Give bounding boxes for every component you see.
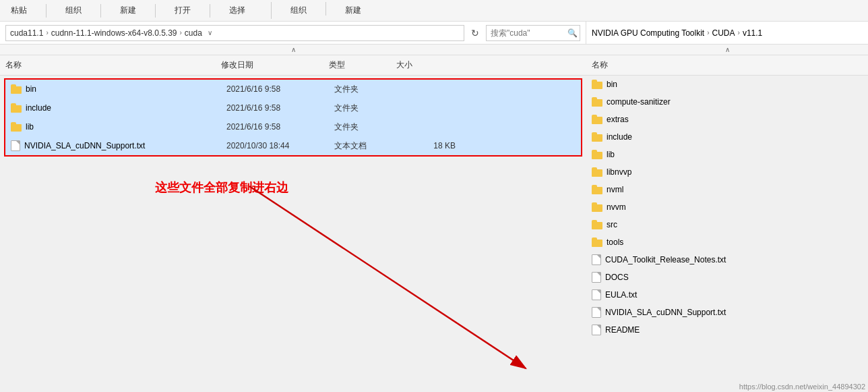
- left-col-size-header[interactable]: 大小: [396, 59, 450, 71]
- folder-icon: [592, 115, 602, 124]
- file-date: 2021/6/16 9:58: [226, 122, 334, 132]
- file-date: 2021/6/16 9:58: [226, 103, 334, 113]
- file-icon: [592, 272, 601, 283]
- right-file-name: NVIDIA_SLA_cuDNN_Support.txt: [605, 308, 726, 317]
- right-path-cuda[interactable]: CUDA: [712, 28, 735, 38]
- toolbar-divider-1: [46, 4, 46, 18]
- file-icon: [592, 307, 601, 318]
- right-file-name: include: [607, 132, 632, 142]
- toolbar-new-right[interactable]: 新建: [340, 2, 367, 19]
- path-dropdown[interactable]: ∨: [208, 29, 212, 36]
- folder-icon: [592, 220, 602, 229]
- search-icon[interactable]: 🔍: [567, 28, 578, 38]
- watermark: https://blog.csdn.net/weixin_44894302: [739, 383, 865, 391]
- folder-icon: [592, 80, 602, 89]
- table-row[interactable]: include 2021/6/16 9:58 文件夹: [5, 99, 581, 117]
- left-col-type-header[interactable]: 类型: [329, 59, 396, 71]
- right-file-name: tools: [607, 237, 623, 247]
- folder-icon: [592, 237, 602, 247]
- right-file-name: compute-sanitizer: [607, 97, 671, 107]
- list-item[interactable]: README: [586, 321, 868, 339]
- folder-icon: [592, 167, 602, 177]
- path-cuda11[interactable]: cuda11.1: [10, 28, 43, 38]
- selected-files-group: bin 2021/6/16 9:58 文件夹 include 2021/6/16…: [4, 78, 582, 157]
- file-icon: [592, 254, 601, 265]
- top-toolbar: 粘贴 组织 新建 打开 选择 组织 新建: [0, 0, 868, 22]
- list-item[interactable]: compute-sanitizer: [586, 93, 868, 111]
- file-date: 2020/10/30 18:44: [226, 141, 334, 150]
- list-item[interactable]: CUDA_Toolkit_Release_Notes.txt: [586, 251, 868, 269]
- toolbar-organize-left[interactable]: 组织: [60, 2, 87, 19]
- file-date: 2021/6/16 9:58: [226, 84, 334, 94]
- folder-icon: [592, 185, 602, 194]
- left-col-date-header[interactable]: 修改日期: [221, 59, 329, 71]
- list-item[interactable]: EULA.txt: [586, 286, 868, 304]
- right-file-name: EULA.txt: [605, 290, 637, 300]
- right-file-name: nvml: [607, 185, 623, 194]
- right-file-name: CUDA_Toolkit_Release_Notes.txt: [605, 255, 726, 264]
- right-file-name: README: [605, 325, 640, 335]
- toolbar-organize-right[interactable]: 组织: [285, 2, 312, 19]
- file-size: 18 KB: [402, 141, 456, 150]
- file-type: 文件夹: [334, 84, 402, 95]
- list-item[interactable]: extras: [586, 111, 868, 128]
- main-content: ∧ 名称 修改日期 类型 大小 bin 2021/6/16 9:58 文件夹: [0, 45, 868, 372]
- folder-icon: [592, 150, 602, 159]
- list-item[interactable]: nvml: [586, 181, 868, 198]
- right-file-name: DOCS: [605, 273, 629, 282]
- right-address-path[interactable]: NVIDIA GPU Computing Toolkit › CUDA › v1…: [592, 28, 762, 38]
- folder-icon: [11, 84, 22, 94]
- search-input[interactable]: [486, 25, 580, 41]
- list-item[interactable]: src: [586, 216, 868, 233]
- folder-icon: [592, 97, 602, 107]
- folder-icon: [592, 132, 602, 142]
- file-type: 文件夹: [334, 121, 402, 133]
- toolbar-new-left[interactable]: 新建: [115, 2, 142, 19]
- right-file-name: nvvm: [607, 202, 626, 212]
- list-item[interactable]: nvvm: [586, 198, 868, 216]
- right-sort-arrow: ∧: [725, 46, 730, 53]
- file-name-bin: bin: [26, 84, 36, 94]
- file-name-lib: lib: [26, 122, 34, 132]
- right-file-name: libnvvp: [607, 167, 631, 177]
- list-item[interactable]: bin: [586, 76, 868, 93]
- left-address-path[interactable]: cuda11.1 › cudnn-11.1-windows-x64-v8.0.5…: [5, 25, 464, 41]
- refresh-button[interactable]: ↻: [467, 25, 483, 41]
- list-item[interactable]: DOCS: [586, 269, 868, 286]
- file-name-nvidia-txt: NVIDIA_SLA_cuDNN_Support.txt: [24, 141, 145, 150]
- table-row[interactable]: bin 2021/6/16 9:58 文件夹: [5, 80, 581, 99]
- toolbar-divider-4: [210, 4, 210, 18]
- toolbar-select[interactable]: 选择: [224, 2, 251, 19]
- list-item[interactable]: include: [586, 128, 868, 146]
- list-item[interactable]: NVIDIA_SLA_cuDNN_Support.txt: [586, 304, 868, 321]
- path-cuda[interactable]: cuda: [185, 28, 202, 38]
- left-sort-arrow: ∧: [291, 46, 296, 53]
- list-item[interactable]: libnvvp: [586, 163, 868, 181]
- list-item[interactable]: tools: [586, 233, 868, 251]
- file-icon: [592, 289, 601, 300]
- folder-icon: [11, 103, 22, 113]
- right-path-nvidia[interactable]: NVIDIA GPU Computing Toolkit: [592, 28, 704, 38]
- right-col-name-header[interactable]: 名称: [592, 59, 863, 71]
- table-row[interactable]: NVIDIA_SLA_cuDNN_Support.txt 2020/10/30 …: [5, 136, 581, 155]
- file-type: 文本文档: [334, 140, 402, 152]
- right-file-name: lib: [607, 150, 615, 159]
- right-column-headers: 名称: [586, 55, 868, 76]
- table-row[interactable]: lib 2021/6/16 9:58 文件夹: [5, 117, 581, 136]
- toolbar-paste[interactable]: 粘贴: [5, 2, 32, 19]
- right-file-name: extras: [607, 115, 629, 124]
- list-item[interactable]: lib: [586, 146, 868, 163]
- right-file-name: bin: [607, 80, 617, 89]
- file-name-include: include: [26, 103, 51, 113]
- path-cudnn[interactable]: cudnn-11.1-windows-x64-v8.0.5.39: [51, 28, 177, 38]
- right-pane: ∧ 名称 bin compute-sanitizer extras includ…: [586, 45, 868, 372]
- toolbar-open[interactable]: 打开: [169, 2, 196, 19]
- search-wrapper: 🔍: [486, 25, 580, 41]
- left-col-name-header[interactable]: 名称: [5, 59, 221, 71]
- folder-icon: [592, 202, 602, 212]
- left-pane: ∧ 名称 修改日期 类型 大小 bin 2021/6/16 9:58 文件夹: [0, 45, 586, 372]
- right-path-v11[interactable]: v11.1: [743, 28, 762, 38]
- file-icon: [11, 140, 20, 151]
- toolbar-divider-3: [155, 4, 156, 18]
- right-file-list: bin compute-sanitizer extras include lib…: [586, 76, 868, 372]
